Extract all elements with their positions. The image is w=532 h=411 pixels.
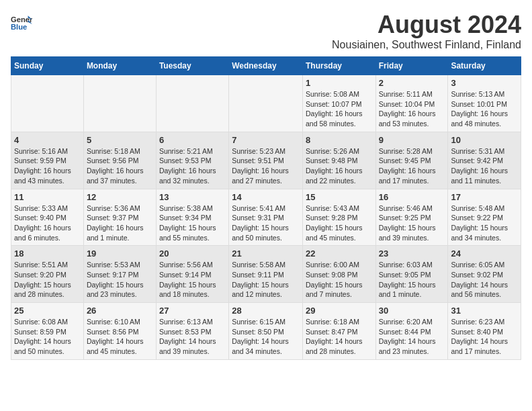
- day-number: 30: [379, 306, 445, 316]
- calendar-cell: 22Sunrise: 6:00 AMSunset: 9:08 PMDayligh…: [302, 246, 375, 303]
- calendar-cell: 5Sunrise: 5:18 AMSunset: 9:56 PMDaylight…: [83, 132, 156, 189]
- calendar-cell: [11, 75, 84, 132]
- day-info: Sunrise: 5:56 AMSunset: 9:14 PMDaylight:…: [159, 260, 226, 300]
- day-number: 13: [159, 192, 226, 202]
- calendar-cell: 20Sunrise: 5:56 AMSunset: 9:14 PMDayligh…: [156, 246, 228, 303]
- calendar-cell: [83, 75, 156, 132]
- week-row-5: 25Sunrise: 6:08 AMSunset: 8:59 PMDayligh…: [11, 303, 521, 360]
- title-area: August 2024 Nousiainen, Southwest Finlan…: [332, 11, 521, 51]
- day-info: Sunrise: 6:15 AMSunset: 8:50 PMDaylight:…: [232, 317, 300, 357]
- week-row-4: 18Sunrise: 5:51 AMSunset: 9:20 PMDayligh…: [11, 246, 521, 303]
- day-number: 6: [159, 135, 226, 145]
- day-info: Sunrise: 5:21 AMSunset: 9:53 PMDaylight:…: [159, 146, 226, 186]
- calendar-cell: 8Sunrise: 5:26 AMSunset: 9:48 PMDaylight…: [302, 132, 375, 189]
- day-number: 7: [232, 135, 300, 145]
- header-day-friday: Friday: [375, 57, 448, 75]
- day-number: 24: [451, 248, 518, 259]
- calendar-cell: 26Sunrise: 6:10 AMSunset: 8:56 PMDayligh…: [83, 303, 156, 360]
- calendar-cell: 30Sunrise: 6:20 AMSunset: 8:44 PMDayligh…: [375, 303, 448, 360]
- day-info: Sunrise: 5:26 AMSunset: 9:48 PMDaylight:…: [306, 146, 373, 186]
- day-number: 2: [379, 78, 445, 88]
- day-number: 5: [87, 135, 153, 145]
- day-info: Sunrise: 6:23 AMSunset: 8:40 PMDaylight:…: [451, 317, 518, 357]
- day-number: 9: [379, 135, 445, 145]
- header-day-wednesday: Wednesday: [229, 57, 303, 75]
- day-info: Sunrise: 6:20 AMSunset: 8:44 PMDaylight:…: [379, 317, 445, 357]
- day-number: 14: [232, 192, 300, 202]
- week-row-1: 1Sunrise: 5:08 AMSunset: 10:07 PMDayligh…: [11, 75, 521, 132]
- calendar-cell: 13Sunrise: 5:38 AMSunset: 9:34 PMDayligh…: [156, 189, 228, 246]
- calendar-header: SundayMondayTuesdayWednesdayThursdayFrid…: [11, 57, 521, 75]
- calendar-cell: 18Sunrise: 5:51 AMSunset: 9:20 PMDayligh…: [11, 246, 84, 303]
- day-number: 3: [451, 78, 518, 88]
- header: General Blue August 2024 Nousiainen, Sou…: [11, 11, 521, 51]
- day-number: 10: [451, 135, 518, 145]
- day-number: 22: [306, 248, 373, 259]
- day-number: 12: [87, 192, 153, 202]
- header-day-monday: Monday: [83, 57, 156, 75]
- calendar-cell: 21Sunrise: 5:58 AMSunset: 9:11 PMDayligh…: [229, 246, 303, 303]
- header-day-tuesday: Tuesday: [156, 57, 228, 75]
- calendar-cell: [156, 75, 228, 132]
- day-info: Sunrise: 5:18 AMSunset: 9:56 PMDaylight:…: [87, 146, 153, 186]
- day-info: Sunrise: 6:05 AMSunset: 9:02 PMDaylight:…: [451, 260, 518, 300]
- day-number: 27: [159, 306, 226, 316]
- day-number: 16: [379, 192, 445, 202]
- day-info: Sunrise: 5:23 AMSunset: 9:51 PMDaylight:…: [232, 146, 300, 186]
- day-info: Sunrise: 5:13 AMSunset: 10:01 PMDaylight…: [451, 89, 518, 129]
- calendar-cell: 19Sunrise: 5:53 AMSunset: 9:17 PMDayligh…: [83, 246, 156, 303]
- calendar-cell: 4Sunrise: 5:16 AMSunset: 9:59 PMDaylight…: [11, 132, 84, 189]
- day-number: 11: [14, 192, 81, 202]
- calendar-cell: 27Sunrise: 6:13 AMSunset: 8:53 PMDayligh…: [156, 303, 228, 360]
- day-info: Sunrise: 5:41 AMSunset: 9:31 PMDaylight:…: [232, 203, 300, 243]
- header-day-thursday: Thursday: [302, 57, 375, 75]
- calendar-cell: 28Sunrise: 6:15 AMSunset: 8:50 PMDayligh…: [229, 303, 303, 360]
- calendar-cell: [229, 75, 303, 132]
- day-number: 28: [232, 306, 300, 316]
- day-number: 26: [87, 306, 153, 316]
- day-number: 17: [451, 192, 518, 202]
- day-number: 15: [306, 192, 373, 202]
- logo-icon: General Blue: [11, 13, 32, 32]
- day-number: 18: [14, 248, 81, 259]
- day-number: 1: [306, 78, 373, 88]
- calendar-cell: 14Sunrise: 5:41 AMSunset: 9:31 PMDayligh…: [229, 189, 303, 246]
- day-info: Sunrise: 5:48 AMSunset: 9:22 PMDaylight:…: [451, 203, 518, 243]
- calendar-cell: 6Sunrise: 5:21 AMSunset: 9:53 PMDaylight…: [156, 132, 228, 189]
- calendar-cell: 31Sunrise: 6:23 AMSunset: 8:40 PMDayligh…: [448, 303, 521, 360]
- calendar-cell: 10Sunrise: 5:31 AMSunset: 9:42 PMDayligh…: [448, 132, 521, 189]
- day-number: 29: [306, 306, 373, 316]
- day-number: 25: [14, 306, 81, 316]
- header-day-sunday: Sunday: [11, 57, 84, 75]
- calendar-cell: 23Sunrise: 6:03 AMSunset: 9:05 PMDayligh…: [375, 246, 448, 303]
- day-number: 4: [14, 135, 81, 145]
- calendar-body: 1Sunrise: 5:08 AMSunset: 10:07 PMDayligh…: [11, 75, 521, 360]
- day-number: 21: [232, 248, 300, 259]
- calendar-cell: 15Sunrise: 5:43 AMSunset: 9:28 PMDayligh…: [302, 189, 375, 246]
- week-row-3: 11Sunrise: 5:33 AMSunset: 9:40 PMDayligh…: [11, 189, 521, 246]
- calendar-cell: 7Sunrise: 5:23 AMSunset: 9:51 PMDaylight…: [229, 132, 303, 189]
- day-info: Sunrise: 5:28 AMSunset: 9:45 PMDaylight:…: [379, 146, 445, 186]
- day-info: Sunrise: 5:08 AMSunset: 10:07 PMDaylight…: [306, 89, 373, 129]
- day-number: 8: [306, 135, 373, 145]
- calendar-cell: 1Sunrise: 5:08 AMSunset: 10:07 PMDayligh…: [302, 75, 375, 132]
- logo: General Blue: [11, 13, 32, 32]
- subtitle: Nousiainen, Southwest Finland, Finland: [332, 39, 521, 51]
- day-number: 20: [159, 248, 226, 259]
- day-info: Sunrise: 6:08 AMSunset: 8:59 PMDaylight:…: [14, 317, 81, 357]
- day-number: 23: [379, 248, 445, 259]
- main-title: August 2024: [332, 11, 521, 39]
- calendar-cell: 29Sunrise: 6:18 AMSunset: 8:47 PMDayligh…: [302, 303, 375, 360]
- calendar-cell: 16Sunrise: 5:46 AMSunset: 9:25 PMDayligh…: [375, 189, 448, 246]
- day-info: Sunrise: 5:46 AMSunset: 9:25 PMDaylight:…: [379, 203, 445, 243]
- day-info: Sunrise: 6:00 AMSunset: 9:08 PMDaylight:…: [306, 260, 373, 300]
- svg-text:Blue: Blue: [11, 23, 27, 31]
- day-info: Sunrise: 5:36 AMSunset: 9:37 PMDaylight:…: [87, 203, 153, 243]
- header-day-saturday: Saturday: [448, 57, 521, 75]
- day-info: Sunrise: 5:51 AMSunset: 9:20 PMDaylight:…: [14, 260, 81, 300]
- day-info: Sunrise: 5:31 AMSunset: 9:42 PMDaylight:…: [451, 146, 518, 186]
- calendar-cell: 24Sunrise: 6:05 AMSunset: 9:02 PMDayligh…: [448, 246, 521, 303]
- calendar-cell: 3Sunrise: 5:13 AMSunset: 10:01 PMDayligh…: [448, 75, 521, 132]
- calendar-table: SundayMondayTuesdayWednesdayThursdayFrid…: [11, 56, 521, 360]
- calendar-cell: 11Sunrise: 5:33 AMSunset: 9:40 PMDayligh…: [11, 189, 84, 246]
